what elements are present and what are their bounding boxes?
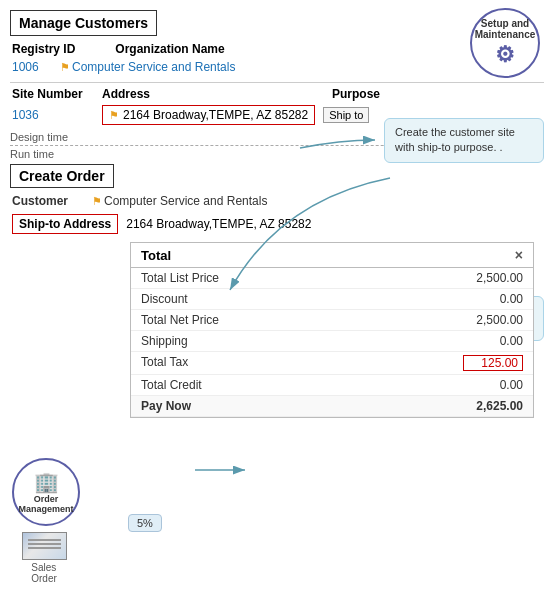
org-name-header: Organization Name [115,42,224,56]
ship-to-address-value: 2164 Broadway,TEMPE, AZ 85282 [126,217,311,231]
total-row-label: Total Net Price [141,313,219,327]
site-num-value[interactable]: 1036 [12,108,102,122]
create-order-section: Create Order Customer ⚑ Computer Service… [10,164,544,234]
tax-percent-badge: 5% [128,514,162,532]
ship-to-address-label: Ship-to Address [12,214,118,234]
total-row-value: 0.00 [463,334,523,348]
org-name-link[interactable]: ⚑ Computer Service and Rentals [60,60,235,74]
close-total-button[interactable]: × [515,247,523,263]
customer-flag-icon: ⚑ [92,195,102,208]
total-row: Total Credit0.00 [131,375,533,396]
registry-id-header: Registry ID [12,42,75,56]
sales-order-item[interactable]: SalesOrder [14,532,74,584]
site-flag-icon: ⚑ [109,109,119,122]
total-panel: Total × Total List Price2,500.00Discount… [130,242,534,418]
total-row-label: Pay Now [141,399,191,413]
manage-customers-title: Manage Customers [10,10,157,36]
total-header: Total × [131,243,533,268]
total-row-label: Discount [141,292,188,306]
address-header: Address [102,87,332,101]
customer-label: Customer [12,194,92,208]
total-row-label: Shipping [141,334,188,348]
registry-col-headers: Registry ID Organization Name [10,42,544,56]
registry-data-row: 1006 ⚑ Computer Service and Rentals [10,60,544,74]
site-address-box: ⚑ 2164 Broadway,TEMPE, AZ 85282 [102,105,315,125]
order-mgmt-line2: Management [18,504,73,514]
registry-id-value[interactable]: 1006 [12,60,52,74]
purpose-header: Purpose [332,87,380,101]
total-row-value: 2,625.00 [463,399,523,413]
total-row-label: Total Credit [141,378,202,392]
order-mgmt-line1: Order [34,494,59,504]
sales-order-label: SalesOrder [31,562,57,584]
order-management-button[interactable]: 🏢 Order Management [12,458,80,526]
total-row-value: 125.00 [463,355,523,371]
site-num-header: Site Number [12,87,102,101]
site-col-headers: Site Number Address Purpose [10,82,544,101]
total-row: Shipping0.00 [131,331,533,352]
total-row-value: 2,500.00 [463,271,523,285]
total-row: Discount0.00 [131,289,533,310]
customer-row: Customer ⚑ Computer Service and Rentals [10,194,544,208]
total-row-value: 2,500.00 [463,313,523,327]
total-rows-container: Total List Price2,500.00Discount0.00Tota… [131,268,533,417]
total-row-value: 0.00 [463,292,523,306]
ship-to-address-row: Ship-to Address 2164 Broadway,TEMPE, AZ … [10,214,544,234]
manage-customers-section: Manage Customers Registry ID Organizatio… [10,10,544,74]
flag-icon: ⚑ [60,61,70,74]
total-row: Pay Now2,625.00 [131,396,533,417]
ship-to-badge: Ship to [323,107,369,123]
create-order-title: Create Order [10,164,114,188]
total-row: Total List Price2,500.00 [131,268,533,289]
site-address-value: 2164 Broadway,TEMPE, AZ 85282 [123,108,308,122]
main-container: Setup and Maintenance ⚙ Manage Customers… [0,0,554,594]
total-row: Total Net Price2,500.00 [131,310,533,331]
total-row-label: Total Tax [141,355,188,371]
gear-icon: ⚙ [495,42,515,68]
customer-value: ⚑ Computer Service and Rentals [92,194,267,208]
sales-order-paper [22,532,67,560]
total-title: Total [141,248,171,263]
total-row-value: 0.00 [463,378,523,392]
setup-line2: Maintenance [475,29,536,40]
setup-maintenance-button[interactable]: Setup and Maintenance ⚙ [470,8,540,78]
setup-line1: Setup and [481,18,529,29]
tooltip-create-site: Create the customer site with ship-to pu… [384,118,544,163]
total-row-label: Total List Price [141,271,219,285]
total-row: Total Tax125.00 [131,352,533,375]
order-mgmt-icon: 🏢 [34,470,59,494]
